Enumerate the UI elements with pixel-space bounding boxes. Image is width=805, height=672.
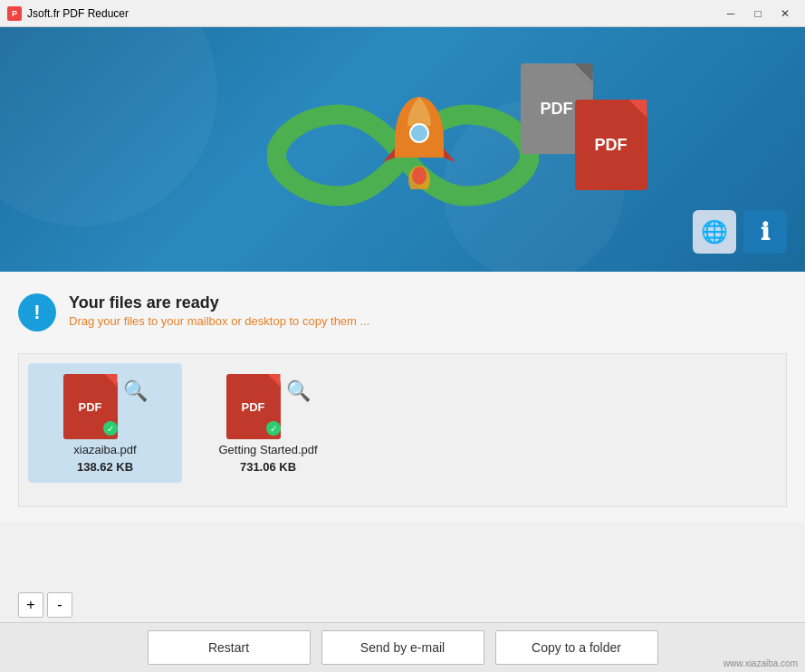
globe-button[interactable]: 🌐 <box>693 210 736 254</box>
globe-icon: 🌐 <box>701 219 728 245</box>
title-bar: P Jsoft.fr PDF Reducer ─ □ ✕ <box>0 0 805 27</box>
banner-buttons: 🌐 ℹ <box>693 210 787 254</box>
pdf-doc-red <box>575 100 647 190</box>
pdf-file-icon: PDF ✓ <box>226 374 281 439</box>
checkmark-icon: ✓ <box>103 421 118 436</box>
footer: Restart Send by e-mail Copy to a folder <box>0 622 805 672</box>
file-size: 731.06 KB <box>240 460 296 474</box>
file-item[interactable]: PDF ✓ 🔍 Getting Started.pdf 731.06 KB <box>191 363 345 483</box>
banner: 🌐 ℹ <box>0 27 805 272</box>
checkmark-icon: ✓ <box>266 421 281 436</box>
files-area: PDF ✓ 🔍 xiazaiba.pdf 138.62 KB PDF ✓ 🔍 G… <box>18 353 787 507</box>
file-item-header: PDF ✓ 🔍 <box>200 374 336 439</box>
info-icon: ℹ <box>761 218 770 246</box>
maximize-button[interactable]: □ <box>745 5 771 23</box>
window-title: Jsoft.fr PDF Reducer <box>27 7 718 20</box>
svg-point-2 <box>410 124 428 142</box>
minimize-button[interactable]: ─ <box>718 5 743 23</box>
main-content: ! Your files are ready Drag your files t… <box>0 272 805 522</box>
restart-button[interactable]: Restart <box>148 630 311 665</box>
status-bar: ! Your files are ready Drag your files t… <box>18 286 787 339</box>
magnify-icon[interactable]: 🔍 <box>123 379 148 403</box>
watermark: www.xiazaiba.com <box>724 658 798 668</box>
status-subtitle: Drag your files to your mailbox or deskt… <box>69 314 369 328</box>
banner-illustration <box>177 50 629 249</box>
remove-file-button[interactable]: - <box>47 592 72 618</box>
file-controls: + - <box>18 592 72 618</box>
info-button[interactable]: ℹ <box>743 210 787 254</box>
file-size: 138.62 KB <box>77 460 133 474</box>
send-email-button[interactable]: Send by e-mail <box>321 630 484 665</box>
window-controls: ─ □ ✕ <box>718 5 798 23</box>
app-icon: P <box>7 6 22 21</box>
file-item-header: PDF ✓ 🔍 <box>37 374 173 439</box>
close-button[interactable]: ✕ <box>772 5 798 23</box>
status-text: Your files are ready Drag your files to … <box>69 293 369 328</box>
status-title: Your files are ready <box>69 293 369 312</box>
svg-point-1 <box>412 167 426 185</box>
file-name: xiazaiba.pdf <box>73 443 136 456</box>
add-file-button[interactable]: + <box>18 592 43 618</box>
status-icon: ! <box>18 293 56 331</box>
pdf-file-icon: PDF ✓ <box>63 374 118 439</box>
magnify-icon[interactable]: 🔍 <box>286 379 311 403</box>
file-name: Getting Started.pdf <box>218 443 317 456</box>
rocket-icon <box>379 90 460 189</box>
file-item[interactable]: PDF ✓ 🔍 xiazaiba.pdf 138.62 KB <box>28 363 182 483</box>
copy-to-folder-button[interactable]: Copy to a folder <box>495 630 658 665</box>
